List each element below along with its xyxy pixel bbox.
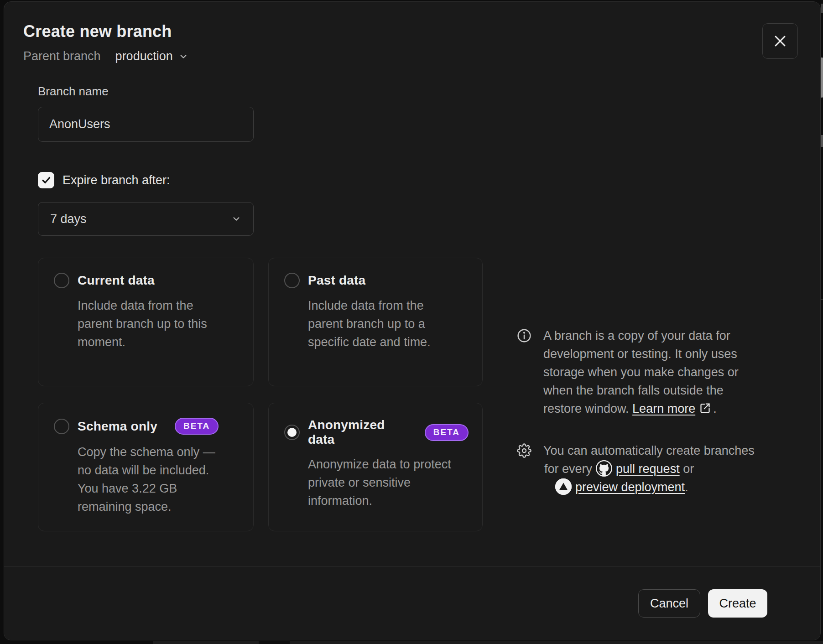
preview-deployment-link[interactable]: preview deployment [575, 480, 685, 494]
expire-duration-value: 7 days [50, 212, 87, 226]
info-line: A branch is a copy of your data for [543, 327, 771, 345]
option-title: Anonymized data [308, 418, 407, 447]
close-button[interactable] [762, 23, 798, 59]
bottom-edge-strip [153, 641, 823, 644]
beta-badge: BETA [175, 418, 219, 435]
automation-line: You can automatically create branches [543, 441, 771, 460]
parent-branch-value: production [115, 49, 173, 63]
info-line: when the branch falls outside the [543, 381, 771, 400]
parent-branch-label: Parent branch [23, 49, 101, 63]
info-icon [517, 328, 531, 343]
chevron-down-icon [178, 52, 188, 62]
option-card-anonymized-data[interactable]: Anonymized data BETA Anonymize data to p… [268, 403, 483, 531]
beta-badge: BETA [425, 424, 469, 441]
chevron-down-icon [231, 214, 241, 224]
expire-duration-select[interactable]: 7 days [38, 202, 254, 236]
page-fragment [821, 299, 823, 300]
close-icon [773, 34, 787, 48]
page-fragment [259, 641, 290, 644]
info-line: development or testing. It only uses [543, 345, 771, 363]
vercel-icon [555, 478, 572, 495]
option-description: Include data from theparent branch up to… [78, 296, 231, 351]
info-line: storage when you make changes or [543, 363, 771, 381]
option-title: Past data [308, 273, 365, 288]
radio-current-data[interactable] [54, 273, 69, 288]
automation-line: preview deployment. [555, 478, 771, 496]
option-description: Include data from theparent branch up to… [308, 296, 461, 351]
option-title: Schema only [78, 419, 157, 434]
expire-label: Expire branch after: [63, 173, 170, 187]
radio-anonymized-data[interactable] [284, 425, 300, 440]
create-branch-modal: Create new branch Parent branch producti… [4, 1, 821, 640]
branch-name-input[interactable] [38, 107, 254, 142]
external-link-icon [699, 402, 711, 414]
pull-request-link[interactable]: pull request [616, 462, 680, 476]
learn-more-link[interactable]: Learn more [632, 402, 695, 415]
create-button[interactable]: Create [708, 589, 767, 618]
info-panel: A branch is a copy of your data for deve… [517, 327, 781, 496]
modal-footer: Cancel Create [4, 566, 820, 640]
right-edge-artifacts [821, 0, 823, 644]
automation-note: You can automatically create branches fo… [517, 441, 781, 496]
page-fragment [821, 4, 823, 13]
radio-past-data[interactable] [284, 273, 300, 288]
automation-line: for everypull request or [544, 460, 771, 478]
option-card-past-data[interactable]: Past data Include data from theparent br… [268, 258, 483, 386]
page-title: Create new branch [23, 22, 820, 41]
radio-schema-only[interactable] [54, 419, 69, 434]
checkmark-icon [41, 175, 52, 186]
option-card-current-data[interactable]: Current data Include data from theparent… [38, 258, 254, 386]
cancel-button[interactable]: Cancel [638, 589, 700, 618]
option-card-schema-only[interactable]: Schema only BETA Copy the schema only —n… [38, 403, 254, 531]
expire-checkbox[interactable] [38, 172, 54, 188]
option-description: Anonymize data to protectprivate or sens… [308, 455, 461, 510]
scrollbar-thumb[interactable] [821, 57, 823, 98]
option-title: Current data [78, 273, 155, 288]
page-fragment [821, 135, 823, 147]
parent-branch-select[interactable]: production [115, 49, 188, 63]
branch-name-label: Branch name [38, 84, 254, 99]
option-description: Copy the schema only —no data will be in… [78, 443, 231, 516]
gear-icon [517, 443, 531, 458]
github-icon [596, 460, 612, 477]
info-line-last: restore window. Learn more. [543, 400, 771, 418]
branch-info-note: A branch is a copy of your data for deve… [517, 327, 781, 418]
